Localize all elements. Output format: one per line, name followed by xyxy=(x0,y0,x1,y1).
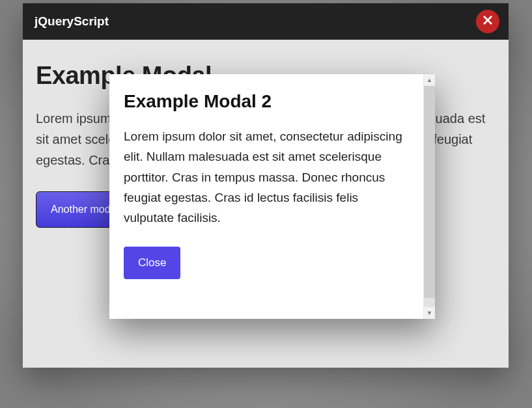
outer-modal-title: jQueryScript xyxy=(35,14,109,29)
inner-modal-heading: Example Modal 2 xyxy=(124,91,409,112)
inner-modal: Example Modal 2 Lorem ipsum dolor sit am… xyxy=(109,74,435,319)
scrollbar-thumb[interactable] xyxy=(424,86,435,298)
scrollbar-track-end xyxy=(424,298,435,307)
inner-modal-text: Lorem ipsum dolor sit amet, consectetur … xyxy=(124,126,409,228)
scrollbar-down-arrow-icon[interactable]: ▼ xyxy=(424,307,435,319)
outer-modal-close-button[interactable] xyxy=(476,10,499,33)
inner-modal-scrollbar[interactable]: ▲ ▼ xyxy=(423,74,435,319)
outer-modal-header: jQueryScript xyxy=(23,3,509,40)
scrollbar-up-arrow-icon[interactable]: ▲ xyxy=(424,74,435,86)
close-icon xyxy=(482,14,494,29)
inner-modal-close-button[interactable]: Close xyxy=(124,247,180,279)
inner-modal-content: Example Modal 2 Lorem ipsum dolor sit am… xyxy=(109,74,423,319)
page-background: jQueryScript Example Modal Lorem ipsum d… xyxy=(0,0,532,408)
